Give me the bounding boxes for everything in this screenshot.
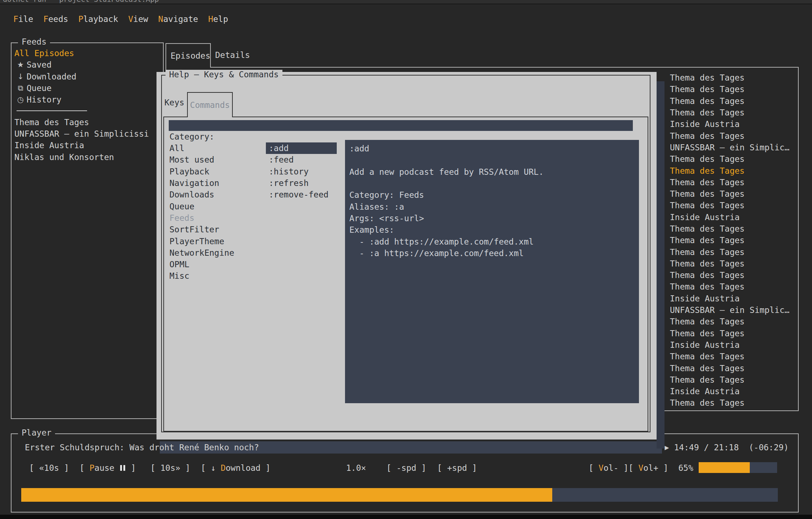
- feed-item[interactable]: Inside Austria: [13, 140, 162, 151]
- command-item[interactable]: :refresh: [266, 177, 337, 189]
- progress-bar-fill: [21, 488, 552, 502]
- category-item[interactable]: Downloads: [169, 189, 256, 200]
- episode-row[interactable]: Thema des Tages: [670, 316, 795, 327]
- episode-row[interactable]: Thema des Tages: [670, 72, 795, 83]
- dialog-shadow: [657, 81, 664, 449]
- tab-details[interactable]: Details: [215, 43, 250, 67]
- terminal-command: dotnet run --project StuiPodcast.App: [0, 0, 812, 4]
- volume-up-button[interactable]: Vol+ ]: [639, 463, 673, 473]
- episode-row[interactable]: UNFASSBAR – ein Simplic…: [670, 304, 795, 316]
- feed-item-queue[interactable]: ⧉Queue: [13, 82, 162, 94]
- terminal-titlebar: dotnet run --project StuiPodcast.App: [0, 0, 812, 4]
- category-item[interactable]: PlayerTheme: [169, 235, 256, 247]
- pause-button[interactable]: [ Pause ]: [80, 461, 136, 474]
- menu-navigate[interactable]: Navigate: [158, 14, 198, 27]
- episode-row[interactable]: Thema des Tages: [670, 223, 795, 235]
- category-label: Category:: [169, 131, 214, 142]
- category-item[interactable]: OPML: [169, 259, 256, 270]
- queue-icon: ⧉: [14, 84, 27, 92]
- episode-row[interactable]: Thema des Tages: [670, 130, 795, 141]
- volume-down-button[interactable]: [ Vol- ][: [589, 463, 639, 473]
- episode-row[interactable]: Thema des Tages: [670, 362, 795, 374]
- episode-row[interactable]: Thema des Tages: [670, 374, 795, 386]
- command-item[interactable]: :remove-feed: [266, 189, 337, 200]
- help-dialog: Help — Keys & Commands Keys Commands Cat…: [156, 72, 657, 440]
- feed-item-saved[interactable]: ★Saved: [13, 59, 162, 70]
- player-panel: Player Erster Schuldspruch: Was droht Re…: [11, 433, 799, 513]
- episode-row[interactable]: Inside Austria: [670, 339, 795, 351]
- tab-commands[interactable]: Commands: [187, 92, 233, 117]
- episode-row[interactable]: Thema des Tages: [670, 397, 795, 409]
- episode-row[interactable]: Thema des Tages: [670, 188, 795, 200]
- command-search-input[interactable]: [169, 120, 633, 131]
- episode-row[interactable]: Thema des Tages: [670, 83, 795, 95]
- category-list: All Most used Playback Navigation Downlo…: [169, 142, 256, 282]
- menu-help[interactable]: Help: [208, 14, 228, 27]
- episode-row[interactable]: Inside Austria: [670, 118, 795, 130]
- volume-bar-fill: [699, 462, 750, 473]
- category-item[interactable]: NetworkEngine: [169, 247, 256, 259]
- command-item[interactable]: :feed: [266, 154, 337, 165]
- episode-row[interactable]: Thema des Tages: [670, 258, 795, 269]
- rewind-10s-button[interactable]: [ «10s ]: [29, 461, 69, 474]
- episode-row[interactable]: Thema des Tages: [670, 351, 795, 362]
- speed-up-button[interactable]: [ +spd ]: [437, 461, 477, 474]
- category-item-selected[interactable]: Feeds: [169, 212, 256, 224]
- episode-row[interactable]: Inside Austria: [670, 293, 795, 304]
- menu-playback[interactable]: Playback: [78, 14, 118, 27]
- feed-item-all-episodes[interactable]: All Episodes: [13, 47, 162, 59]
- category-item[interactable]: SortFilter: [169, 224, 256, 235]
- forward-10s-button[interactable]: [ 10s» ]: [150, 461, 190, 474]
- episode-row[interactable]: Thema des Tages: [670, 328, 795, 339]
- episode-row[interactable]: Thema des Tages: [670, 269, 795, 281]
- episode-row-playing[interactable]: Thema des Tages: [670, 165, 795, 176]
- tab-keys[interactable]: Keys: [164, 98, 184, 107]
- help-dialog-frame: Help — Keys & Commands Keys Commands Cat…: [161, 75, 650, 432]
- category-item[interactable]: Misc: [169, 270, 256, 282]
- category-item[interactable]: Playback: [169, 166, 256, 177]
- play-state-icon: ▶: [664, 443, 669, 452]
- episode-row[interactable]: Thema des Tages: [670, 177, 795, 188]
- episode-row[interactable]: Thema des Tages: [670, 246, 795, 258]
- episode-row[interactable]: Thema des Tages: [670, 281, 795, 292]
- episode-row[interactable]: Inside Austria: [670, 211, 795, 223]
- menu-view[interactable]: View: [128, 14, 148, 27]
- feed-item-history[interactable]: ◷History: [13, 94, 162, 105]
- episode-row[interactable]: Thema des Tages: [670, 200, 795, 211]
- feeds-separator: [17, 110, 87, 111]
- pause-icon: [120, 465, 125, 471]
- speed-display: 1.0×: [346, 461, 366, 474]
- volume-buttons: [ Vol- ][ Vol+ ] 65%: [589, 461, 693, 474]
- command-item-selected[interactable]: :add: [266, 142, 337, 154]
- bottom-strip: [0, 515, 812, 519]
- volume-bar[interactable]: [699, 462, 777, 473]
- category-item[interactable]: Most used: [169, 154, 256, 165]
- category-item[interactable]: Navigation: [169, 177, 256, 189]
- volume-percent: 65%: [678, 463, 693, 473]
- download-button[interactable]: [ ↓ Download ]: [201, 461, 271, 474]
- feeds-panel: Feeds All Episodes ★Saved ↓Downloaded ⧉Q…: [11, 42, 164, 419]
- menu-feeds[interactable]: Feeds: [43, 14, 68, 27]
- feed-item[interactable]: Niklas und Konsorten: [13, 151, 162, 163]
- menu-file[interactable]: File: [13, 14, 33, 27]
- episode-row[interactable]: Thema des Tages: [670, 235, 795, 246]
- progress-bar[interactable]: [21, 488, 778, 502]
- episode-row[interactable]: Inside Austria: [670, 386, 795, 397]
- command-details-pane: :add Add a new podcast feed by RSS/Atom …: [345, 140, 639, 403]
- feed-item[interactable]: Thema des Tages: [13, 116, 162, 128]
- category-item[interactable]: All: [169, 142, 256, 154]
- episode-row[interactable]: Thema des Tages: [670, 95, 795, 107]
- feed-item-downloaded[interactable]: ↓Downloaded: [13, 71, 162, 82]
- tab-episodes[interactable]: Episodes: [165, 43, 211, 68]
- episode-row[interactable]: UNFASSBAR – ein Simplic…: [670, 142, 795, 153]
- history-clock-icon: ◷: [14, 95, 27, 104]
- feed-item[interactable]: UNFASSBAR – ein Simplicissi: [13, 128, 162, 140]
- speed-down-button[interactable]: [ -spd ]: [386, 461, 426, 474]
- feeds-list: All Episodes ★Saved ↓Downloaded ⧉Queue ◷…: [13, 47, 162, 163]
- category-item[interactable]: Queue: [169, 200, 256, 212]
- command-item[interactable]: :history: [266, 166, 337, 177]
- episode-row[interactable]: Thema des Tages: [670, 107, 795, 118]
- commands-tab-content: Category: All Most used Playback Navigat…: [163, 117, 648, 432]
- command-list: :add :feed :history :refresh :remove-fee…: [266, 142, 337, 200]
- episode-row[interactable]: Thema des Tages: [670, 153, 795, 165]
